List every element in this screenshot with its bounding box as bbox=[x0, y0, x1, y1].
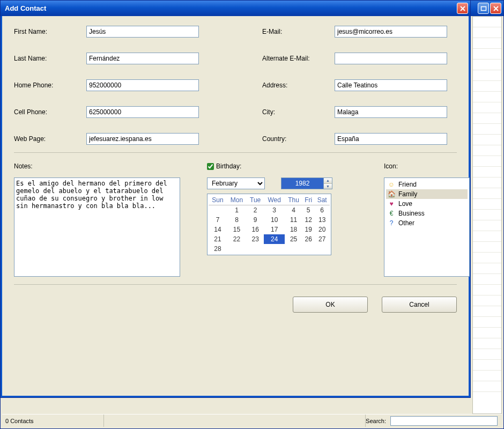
svg-rect-0 bbox=[481, 6, 486, 10]
label-cell-phone: Cell Phone: bbox=[14, 108, 86, 116]
business-icon: € bbox=[387, 209, 396, 218]
web-page-input[interactable] bbox=[86, 133, 199, 145]
calendar-day[interactable]: 2 bbox=[247, 205, 264, 216]
icon-section: Icon: ☺Friend🏠Family♥Love€Business?Other bbox=[384, 162, 470, 278]
email-input[interactable] bbox=[335, 26, 447, 38]
calendar-day[interactable]: 5 bbox=[302, 205, 314, 216]
calendar-day[interactable]: 12 bbox=[302, 215, 314, 225]
separator-bottom bbox=[14, 284, 457, 285]
home-phone-input[interactable] bbox=[86, 79, 199, 91]
calendar-day[interactable]: 28 bbox=[209, 244, 227, 254]
search-label: Search: bbox=[366, 418, 390, 424]
birthday-checkbox[interactable] bbox=[207, 163, 214, 170]
calendar-day bbox=[285, 244, 302, 254]
label-icon: Icon: bbox=[384, 162, 470, 170]
label-last-name: Last Name: bbox=[14, 55, 86, 62]
birthday-section: Birthday: February ▲ ▼ bbox=[207, 162, 362, 278]
calendar-day[interactable]: 9 bbox=[247, 215, 264, 225]
first-name-input[interactable] bbox=[86, 26, 199, 38]
calendar-day[interactable]: 1 bbox=[227, 205, 247, 216]
icon-item-label: Love bbox=[398, 200, 412, 208]
alt-email-input[interactable] bbox=[335, 53, 447, 64]
year-down-icon[interactable]: ▼ bbox=[324, 184, 332, 189]
love-icon: ♥ bbox=[387, 199, 396, 208]
ok-button[interactable]: OK bbox=[293, 297, 368, 313]
calendar-day[interactable]: 27 bbox=[314, 234, 330, 244]
icon-listbox[interactable]: ☺Friend🏠Family♥Love€Business?Other bbox=[384, 177, 470, 277]
calendar-day[interactable]: 15 bbox=[227, 225, 247, 234]
label-notes: Notes: bbox=[14, 162, 186, 170]
separator-top bbox=[14, 152, 457, 153]
label-web-page: Web Page: bbox=[14, 135, 86, 143]
calendar-table: SunMonTueWedThuFriSat 123456789101112131… bbox=[209, 195, 330, 254]
calendar-weekday: Thu bbox=[285, 195, 302, 205]
icon-item-label: Other bbox=[398, 219, 414, 227]
close-button[interactable] bbox=[490, 3, 501, 14]
calendar-day[interactable]: 25 bbox=[285, 234, 302, 244]
calendar-day bbox=[209, 205, 227, 216]
notes-textarea[interactable] bbox=[14, 177, 180, 277]
month-select[interactable]: February bbox=[207, 177, 265, 189]
icon-item-label: Business bbox=[398, 210, 425, 217]
cancel-button[interactable]: Cancel bbox=[382, 297, 457, 313]
calendar-day[interactable]: 4 bbox=[285, 205, 302, 216]
calendar-day[interactable]: 14 bbox=[209, 225, 227, 234]
label-country: Country: bbox=[262, 135, 335, 143]
calendar-day bbox=[314, 244, 330, 254]
year-input[interactable] bbox=[281, 178, 323, 189]
icon-item-friend[interactable]: ☺Friend bbox=[386, 180, 468, 189]
calendar-weekday: Wed bbox=[264, 195, 285, 205]
status-bar: 0 Contacts Search: bbox=[2, 414, 502, 427]
last-name-input[interactable] bbox=[86, 53, 199, 64]
calendar-day[interactable]: 26 bbox=[302, 234, 314, 244]
calendar-day[interactable]: 16 bbox=[247, 225, 264, 234]
status-contacts-count: 0 Contacts bbox=[2, 415, 104, 427]
calendar[interactable]: SunMonTueWedThuFriSat 123456789101112131… bbox=[207, 194, 331, 255]
calendar-day[interactable]: 24 bbox=[264, 234, 285, 244]
calendar-day[interactable]: 10 bbox=[264, 215, 285, 225]
label-birthday: Birthday: bbox=[216, 162, 241, 170]
calendar-day[interactable]: 7 bbox=[209, 215, 227, 225]
calendar-weekday: Fri bbox=[302, 195, 314, 205]
icon-item-other[interactable]: ?Other bbox=[386, 218, 468, 228]
address-input[interactable] bbox=[335, 79, 447, 91]
calendar-day[interactable]: 21 bbox=[209, 234, 227, 244]
country-input[interactable] bbox=[335, 133, 447, 145]
label-alt-email: Alternate E-Mail: bbox=[262, 55, 335, 62]
calendar-day bbox=[247, 244, 264, 254]
dialog-title: Add Contact bbox=[3, 4, 457, 12]
maximize-button[interactable] bbox=[478, 3, 489, 14]
list-panel bbox=[472, 16, 502, 414]
friend-icon: ☺ bbox=[387, 180, 396, 189]
family-icon: 🏠 bbox=[387, 190, 396, 198]
year-up-icon[interactable]: ▲ bbox=[324, 178, 332, 184]
calendar-day[interactable]: 18 bbox=[285, 225, 302, 234]
icon-item-love[interactable]: ♥Love bbox=[386, 199, 468, 209]
calendar-day[interactable]: 6 bbox=[314, 205, 330, 216]
calendar-day[interactable]: 22 bbox=[227, 234, 247, 244]
icon-item-label: Friend bbox=[398, 181, 417, 188]
calendar-day bbox=[302, 244, 314, 254]
other-icon: ? bbox=[387, 219, 396, 227]
calendar-day[interactable]: 23 bbox=[247, 234, 264, 244]
calendar-day[interactable]: 13 bbox=[314, 215, 330, 225]
label-home-phone: Home Phone: bbox=[14, 82, 86, 89]
search-input[interactable] bbox=[390, 416, 498, 426]
calendar-day bbox=[227, 244, 247, 254]
city-input[interactable] bbox=[335, 106, 447, 118]
icon-item-label: Family bbox=[398, 190, 417, 198]
dialog-close-button[interactable] bbox=[457, 3, 468, 14]
calendar-day[interactable]: 19 bbox=[302, 225, 314, 234]
calendar-day[interactable]: 17 bbox=[264, 225, 285, 234]
icon-item-business[interactable]: €Business bbox=[386, 209, 468, 218]
calendar-weekday: Tue bbox=[247, 195, 264, 205]
calendar-weekday: Mon bbox=[227, 195, 247, 205]
cell-phone-input[interactable] bbox=[86, 106, 199, 118]
year-spinner[interactable]: ▲ ▼ bbox=[281, 177, 332, 189]
dialog-body: First Name: E-Mail: Last Name: Alternate… bbox=[2, 16, 469, 396]
calendar-day[interactable]: 8 bbox=[227, 215, 247, 225]
calendar-day[interactable]: 3 bbox=[264, 205, 285, 216]
icon-item-family[interactable]: 🏠Family bbox=[386, 189, 468, 199]
calendar-day[interactable]: 11 bbox=[285, 215, 302, 225]
calendar-day[interactable]: 20 bbox=[314, 225, 330, 234]
